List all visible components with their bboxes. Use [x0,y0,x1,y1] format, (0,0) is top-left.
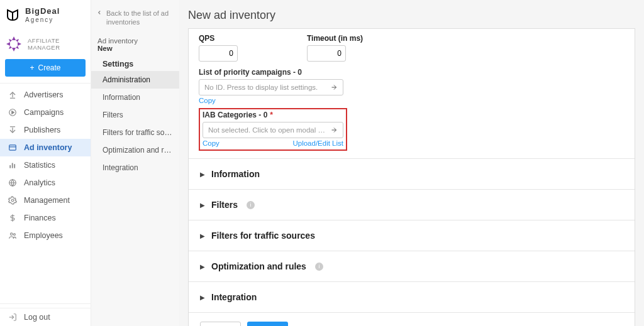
chevron-right-icon: ▶ [200,232,205,239]
affiliate-logo-icon [5,35,23,53]
required-star: * [270,111,273,119]
create-submit-button[interactable]: Create [247,322,289,326]
svg-rect-12 [9,145,16,150]
nav-item-label: Advertisers [24,90,64,99]
chevron-right-icon: ▶ [200,171,205,178]
priority-campaigns-input[interactable]: No ID. Press to display list settings. [199,79,343,95]
download-icon [8,125,18,135]
accordion-title: Filters [211,200,238,210]
main-area: New ad inventory QPS Timeout (in ms) Lis… [179,0,644,326]
subnav-item[interactable]: Information [91,89,179,106]
iab-categories-input[interactable]: Not selected. Click to open modal window… [203,122,343,138]
accordion-information[interactable]: ▶Information [189,158,635,189]
svg-point-21 [13,234,15,236]
bars-icon [8,160,18,170]
nav-item-finances[interactable]: Finances [0,209,91,227]
subnav-item[interactable]: Filters for traffic sour... [91,124,179,141]
nav-item-label: Ad inventory [24,143,72,152]
subnav-new-label: New [91,45,179,56]
upload-icon [8,90,18,100]
brand-block: BigDeal Agency [0,0,91,28]
subnav-section-label: Ad inventory [91,32,179,45]
accordion-integration[interactable]: ▶Integration [189,281,635,312]
nav-item-label: Finances [24,214,56,222]
dollar-icon [8,213,18,223]
nav-item-employees[interactable]: Employees [0,227,91,244]
iab-label: IAB Categories - 0 [203,111,267,119]
cancel-button[interactable]: Cancel [200,322,241,326]
svg-marker-4 [9,39,12,42]
nav-item-management[interactable]: Management [0,192,91,209]
accordion-title: Integration [211,292,257,302]
nav-item-analytics[interactable]: Analytics [0,174,91,192]
create-button[interactable]: + Create [5,59,86,77]
card-icon [8,143,18,153]
brand-logo-icon [5,8,20,23]
accordion-title: Optimization and rules [211,261,306,271]
iab-upload-link[interactable]: Upload/Edit List [292,139,343,147]
info-icon: i [315,263,323,271]
priority-campaigns-placeholder: No ID. Press to display list settings. [204,84,318,91]
iab-highlight: IAB Categories - 0* Not selected. Click … [199,108,347,151]
people-icon [8,231,18,241]
subnav-item[interactable]: Administration [91,71,179,89]
svg-marker-6 [9,46,12,49]
svg-marker-1 [12,48,16,52]
svg-marker-0 [12,36,16,40]
nav-item-label: Campaigns [24,108,64,117]
priority-copy-link[interactable]: Copy [199,97,216,104]
nav-item-publishers[interactable]: Publishers [0,121,91,139]
accordion-title: Information [211,169,260,179]
svg-marker-5 [16,39,19,42]
plus-icon: + [30,63,34,72]
nav-item-statistics[interactable]: Statistics [0,156,91,174]
subnav-heading: Settings [91,56,179,71]
create-button-label: Create [38,63,60,72]
subnav-item[interactable]: Integration [91,159,179,177]
subnav-item[interactable]: Filters [91,106,179,124]
form-card: QPS Timeout (in ms) List of priority cam… [188,28,635,326]
svg-rect-15 [12,163,13,168]
role-label: AFFILIATE MANAGER [28,37,86,51]
logout-icon [8,312,18,322]
accordion-filters-for-traffic-sources[interactable]: ▶Filters for traffic sources [189,220,635,251]
brand-title: BigDeal [25,7,60,16]
svg-rect-16 [14,164,15,168]
timeout-input[interactable] [307,45,346,62]
svg-marker-3 [18,42,21,46]
accordion-title: Filters for traffic sources [211,231,315,241]
role-row: AFFILIATE MANAGER [0,28,91,59]
svg-marker-7 [16,46,19,49]
accordion-optimization-and-rules[interactable]: ▶Optimization and rulesi [189,251,635,281]
accordion-filters[interactable]: ▶Filtersi [189,189,635,220]
iab-copy-link[interactable]: Copy [203,139,219,147]
svg-point-18 [11,199,14,202]
svg-marker-2 [6,42,10,46]
nav-item-label: Management [24,196,70,205]
nav-item-campaigns[interactable]: Campaigns [0,104,91,121]
svg-marker-10 [12,111,14,114]
logout-label: Log out [24,313,50,322]
nav-item-advertisers[interactable]: Advertisers [0,86,91,104]
timeout-label: Timeout (in ms) [307,34,363,43]
qps-input[interactable] [199,45,238,62]
back-link-label: Back to the list of ad inventories [106,9,174,27]
nav-item-label: Employees [24,231,63,240]
logout-link[interactable]: Log out [0,308,91,326]
iab-placeholder: Not selected. Click to open modal window… [208,126,328,134]
brand-subtitle: Agency [25,16,60,23]
nav-item-ad-inventory[interactable]: Ad inventory [0,139,91,156]
back-link[interactable]: Back to the list of ad inventories [91,0,179,32]
chevron-right-icon: ▶ [200,294,205,301]
chevron-right-icon: ▶ [200,263,205,270]
svg-point-20 [11,233,13,236]
page-title: New ad inventory [179,0,644,28]
target-icon [8,107,18,117]
priority-campaigns-label: List of priority campaigns - 0 [199,68,625,77]
nav-item-label: Analytics [24,178,55,187]
subnav-item[interactable]: Optimization and rules [91,141,179,159]
nav-item-label: Publishers [24,126,60,134]
globe-icon [8,178,18,188]
chevron-right-icon: ▶ [200,202,205,209]
sub-nav: Back to the list of ad inventories Ad in… [91,0,179,326]
